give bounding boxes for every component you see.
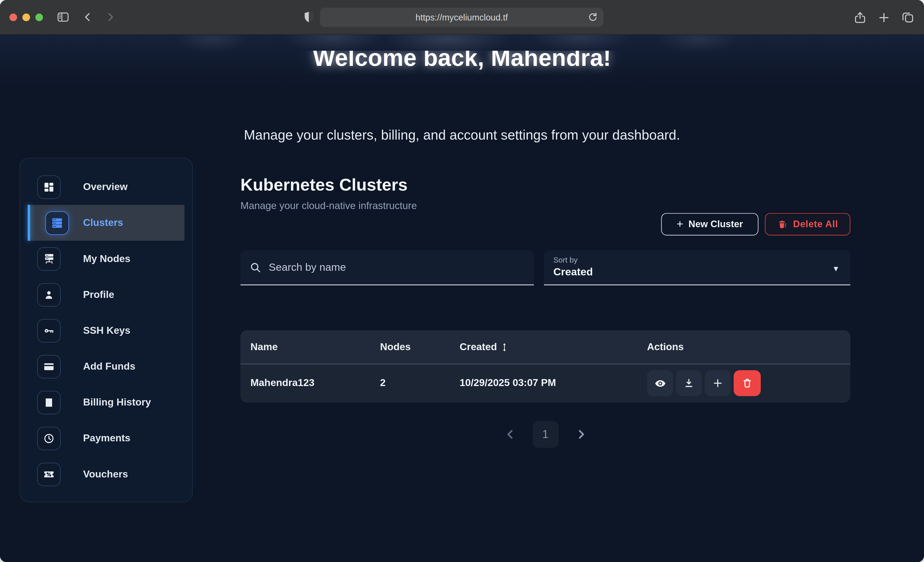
eye-icon bbox=[654, 377, 666, 389]
created-label: Created bbox=[460, 341, 497, 353]
previous-page-icon[interactable] bbox=[498, 423, 522, 446]
reload-icon[interactable] bbox=[586, 10, 599, 24]
sort-updown-icon bbox=[501, 342, 509, 352]
sidebar-item-label: Add Funds bbox=[83, 360, 135, 372]
sidebar-item-label: SSH Keys bbox=[83, 324, 130, 336]
pagination: 1 bbox=[240, 421, 850, 448]
new-tab-icon[interactable] bbox=[878, 11, 890, 24]
close-window-button[interactable] bbox=[9, 13, 17, 21]
sidebar-item-label: Vouchers bbox=[83, 468, 128, 480]
server-stack-icon bbox=[45, 211, 69, 235]
trash-icon bbox=[741, 377, 753, 389]
page-number[interactable]: 1 bbox=[532, 421, 558, 448]
sidebar-item-ssh-keys[interactable]: SSH Keys bbox=[28, 312, 184, 348]
credit-card-icon bbox=[37, 354, 61, 378]
person-icon bbox=[37, 283, 61, 306]
sidebar-item-label: Clusters bbox=[83, 217, 123, 229]
new-cluster-label: New Cluster bbox=[688, 219, 743, 230]
ticket-icon bbox=[37, 462, 61, 486]
row-actions bbox=[647, 370, 840, 396]
next-page-icon[interactable] bbox=[569, 423, 592, 446]
key-icon bbox=[37, 319, 61, 342]
section-title: Kubernetes Clusters bbox=[240, 175, 850, 195]
hero: Welcome back, Mahendra! bbox=[0, 51, 924, 75]
sidebar: Overview bbox=[20, 158, 193, 502]
sidebar-item-payments[interactable]: Payments bbox=[28, 420, 184, 456]
share-icon[interactable] bbox=[853, 10, 867, 24]
sidebar-item-my-nodes[interactable]: My Nodes bbox=[28, 241, 184, 277]
search-box bbox=[240, 250, 534, 285]
clusters-table: Name Nodes Created Actions bbox=[240, 330, 850, 403]
table-header-row: Name Nodes Created Actions bbox=[240, 330, 850, 364]
sidebar-item-label: Profile bbox=[83, 289, 114, 300]
traffic-lights bbox=[9, 13, 43, 21]
address-bar[interactable]: https://myceliumcloud.tf bbox=[320, 8, 603, 27]
delete-cluster-button[interactable] bbox=[734, 370, 761, 396]
browser-window: https://myceliumcloud.tf bbox=[0, 0, 924, 562]
sort-dropdown[interactable]: Sort by Created ▼ bbox=[544, 250, 850, 285]
sidebar-item-overview[interactable]: Overview bbox=[28, 169, 184, 205]
chevron-down-icon: ▼ bbox=[832, 265, 840, 273]
sidebar-item-clusters[interactable]: Clusters bbox=[28, 205, 184, 241]
page-subtitle: Manage your clusters, billing, and accou… bbox=[0, 127, 924, 143]
main-panel: Kubernetes Clusters Manage your cloud-na… bbox=[240, 158, 850, 448]
plus-icon: + bbox=[676, 218, 683, 231]
sidebar-item-label: Overview bbox=[83, 181, 128, 193]
download-icon bbox=[683, 377, 695, 389]
column-header-nodes: Nodes bbox=[380, 341, 460, 353]
sidebar-item-add-funds[interactable]: Add Funds bbox=[28, 348, 184, 384]
table-row: Mahendra123 2 10/29/2025 03:07 PM bbox=[240, 364, 850, 402]
browser-toolbar: https://myceliumcloud.tf bbox=[0, 0, 924, 35]
add-node-button[interactable] bbox=[705, 370, 730, 396]
dashboard-icon bbox=[37, 175, 61, 199]
delete-all-button[interactable]: Delete All bbox=[765, 213, 850, 235]
column-header-created[interactable]: Created bbox=[460, 341, 647, 353]
column-header-actions: Actions bbox=[647, 341, 840, 353]
url-text: https://myceliumcloud.tf bbox=[416, 12, 508, 22]
forward-icon[interactable] bbox=[104, 11, 116, 23]
sort-label: Sort by bbox=[554, 256, 841, 264]
receipt-icon bbox=[37, 391, 61, 414]
page-title: Welcome back, Mahendra! bbox=[313, 51, 611, 75]
sidebar-item-billing-history[interactable]: Billing History bbox=[28, 384, 184, 420]
view-cluster-button[interactable] bbox=[647, 370, 673, 396]
sidebar-item-label: My Nodes bbox=[83, 253, 130, 265]
search-input[interactable] bbox=[269, 261, 525, 273]
minimize-window-button[interactable] bbox=[22, 13, 30, 21]
privacy-shield-icon[interactable] bbox=[302, 10, 316, 24]
sidebar-toggle-icon[interactable] bbox=[56, 10, 70, 24]
download-kubeconfig-button[interactable] bbox=[676, 370, 702, 396]
clock-icon bbox=[37, 426, 61, 450]
sidebar-item-vouchers[interactable]: Vouchers bbox=[28, 456, 184, 492]
nodes-icon bbox=[37, 247, 61, 271]
sidebar-item-label: Payments bbox=[83, 432, 130, 444]
sort-value: Created bbox=[554, 266, 841, 278]
cluster-nodes: 2 bbox=[380, 377, 460, 389]
section-subtitle: Manage your cloud-native infrastructure bbox=[240, 200, 850, 212]
sidebar-item-profile[interactable]: Profile bbox=[28, 277, 184, 312]
sidebar-item-label: Billing History bbox=[83, 396, 151, 408]
column-header-name: Name bbox=[250, 341, 380, 353]
stage: https://myceliumcloud.tf bbox=[0, 0, 924, 562]
new-cluster-button[interactable]: + New Cluster bbox=[661, 213, 758, 235]
delete-all-label: Delete All bbox=[793, 219, 838, 230]
back-icon[interactable] bbox=[82, 11, 94, 23]
search-icon bbox=[249, 261, 262, 273]
tab-overview-icon[interactable] bbox=[901, 10, 915, 24]
cluster-created: 10/29/2025 03:07 PM bbox=[460, 377, 647, 389]
plus-icon bbox=[712, 377, 724, 389]
page-content: Welcome back, Mahendra! Manage your clus… bbox=[0, 35, 924, 562]
zoom-window-button[interactable] bbox=[35, 13, 43, 21]
trash-icon bbox=[777, 219, 788, 230]
cluster-name: Mahendra123 bbox=[250, 377, 380, 389]
